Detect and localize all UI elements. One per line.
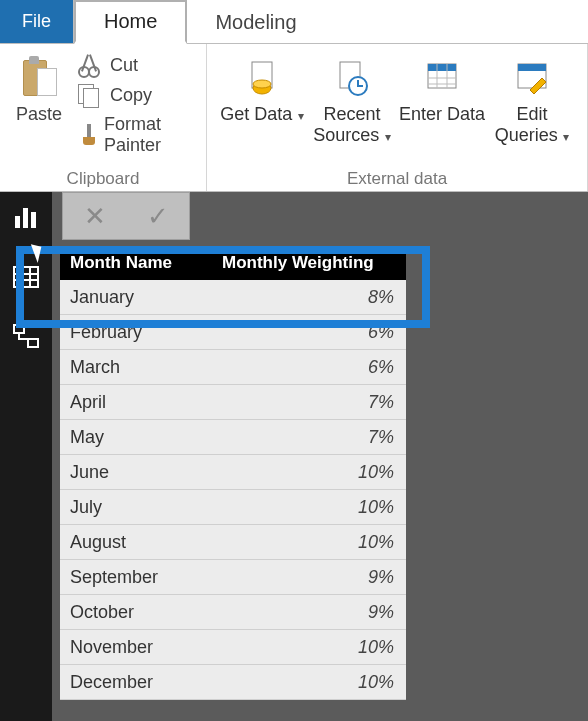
table-row[interactable]: April7% — [60, 385, 406, 420]
cell-value: 8% — [216, 287, 406, 308]
table-row[interactable]: November10% — [60, 630, 406, 665]
ribbon-group-external-data: Get Data ▾ Recent Sources ▾ — [207, 44, 588, 191]
file-menu[interactable]: File — [0, 0, 74, 43]
cell-month: February — [60, 322, 216, 343]
column-header-month[interactable]: Month Name — [60, 253, 216, 273]
cell-value: 7% — [216, 427, 406, 448]
dropdown-caret-icon: ▾ — [294, 109, 303, 123]
svg-rect-21 — [14, 325, 24, 333]
cell-value: 10% — [216, 637, 406, 658]
table-row[interactable]: September9% — [60, 560, 406, 595]
relationship-icon — [11, 322, 41, 352]
table-row[interactable]: October9% — [60, 595, 406, 630]
group-label-external-data: External data — [217, 167, 577, 189]
view-switcher — [0, 192, 52, 721]
bar-chart-icon — [11, 202, 41, 232]
cell-value: 7% — [216, 392, 406, 413]
copy-icon — [78, 84, 100, 106]
format-painter-label: Format Painter — [104, 114, 190, 156]
cell-month: November — [60, 637, 216, 658]
edit-queries-icon — [508, 56, 556, 100]
enter-data-label: Enter Data — [399, 104, 485, 124]
tab-modeling[interactable]: Modeling — [187, 0, 324, 43]
format-painter-icon — [78, 124, 94, 146]
model-view-button[interactable] — [9, 320, 43, 354]
cell-month: September — [60, 567, 216, 588]
file-menu-label: File — [22, 11, 51, 32]
cell-value: 10% — [216, 462, 406, 483]
data-view-button[interactable] — [9, 260, 43, 294]
cell-value: 10% — [216, 672, 406, 693]
check-icon: ✓ — [147, 201, 169, 231]
cancel-formula-button[interactable]: ✕ — [84, 201, 106, 232]
table-row[interactable]: December10% — [60, 665, 406, 700]
get-data-button[interactable]: Get Data ▾ — [217, 50, 307, 125]
data-table: Month Name Monthly Weighting January8% F… — [60, 246, 406, 700]
commit-formula-button[interactable]: ✓ — [147, 201, 169, 232]
cell-month: January — [60, 287, 216, 308]
ribbon-group-clipboard: Paste Cut Copy Format Painter Clipboard — [0, 44, 207, 191]
cell-value: 6% — [216, 357, 406, 378]
svg-point-2 — [253, 80, 271, 88]
svg-rect-16 — [14, 267, 38, 287]
cell-value: 10% — [216, 497, 406, 518]
enter-data-icon — [418, 56, 466, 100]
dropdown-caret-icon: ▾ — [560, 130, 569, 144]
enter-data-button[interactable]: Enter Data — [397, 50, 487, 125]
svg-rect-6 — [428, 64, 456, 71]
report-view-button[interactable] — [9, 200, 43, 234]
table-row[interactable]: June10% — [60, 455, 406, 490]
group-label-clipboard: Clipboard — [10, 167, 196, 189]
format-painter-button[interactable]: Format Painter — [78, 114, 190, 156]
table-grid-icon — [11, 262, 41, 292]
cell-value: 10% — [216, 532, 406, 553]
table-row[interactable]: July10% — [60, 490, 406, 525]
svg-rect-22 — [28, 339, 38, 347]
table-row[interactable]: February6% — [60, 315, 406, 350]
copy-button[interactable]: Copy — [78, 84, 190, 106]
cell-month: May — [60, 427, 216, 448]
edit-queries-button[interactable]: Edit Queries ▾ — [487, 50, 577, 145]
edit-queries-label: Edit Queries — [495, 104, 558, 145]
cell-value: 9% — [216, 602, 406, 623]
cell-month: July — [60, 497, 216, 518]
paste-label: Paste — [16, 104, 62, 125]
table-row[interactable]: August10% — [60, 525, 406, 560]
copy-label: Copy — [110, 85, 152, 106]
table-row[interactable]: January8% — [60, 280, 406, 315]
svg-rect-15 — [31, 212, 36, 228]
cell-month: March — [60, 357, 216, 378]
cell-month: December — [60, 672, 216, 693]
paste-button[interactable]: Paste — [10, 50, 68, 125]
recent-sources-label: Recent Sources — [313, 104, 380, 145]
get-data-label: Get Data — [220, 104, 292, 124]
get-data-icon — [238, 56, 286, 100]
recent-sources-icon — [328, 56, 376, 100]
tab-home[interactable]: Home — [74, 0, 187, 44]
table-header-row: Month Name Monthly Weighting — [60, 246, 406, 280]
dropdown-caret-icon: ▾ — [381, 130, 390, 144]
tab-modeling-label: Modeling — [215, 11, 296, 34]
cell-month: April — [60, 392, 216, 413]
recent-sources-button[interactable]: Recent Sources ▾ — [307, 50, 397, 145]
table-row[interactable]: March6% — [60, 350, 406, 385]
paste-icon — [21, 54, 57, 98]
cell-value: 9% — [216, 567, 406, 588]
cut-icon — [78, 54, 100, 76]
cell-value: 6% — [216, 322, 406, 343]
cell-month: June — [60, 462, 216, 483]
cut-button[interactable]: Cut — [78, 54, 190, 76]
cell-month: August — [60, 532, 216, 553]
cut-label: Cut — [110, 55, 138, 76]
table-row[interactable]: May7% — [60, 420, 406, 455]
tab-home-label: Home — [104, 10, 157, 33]
svg-rect-14 — [23, 208, 28, 228]
svg-rect-12 — [518, 64, 546, 71]
formula-toolbar: ✕ ✓ — [62, 192, 190, 240]
column-header-weighting[interactable]: Monthly Weighting — [216, 253, 406, 273]
cell-month: October — [60, 602, 216, 623]
close-icon: ✕ — [84, 201, 106, 231]
svg-rect-13 — [15, 216, 20, 228]
